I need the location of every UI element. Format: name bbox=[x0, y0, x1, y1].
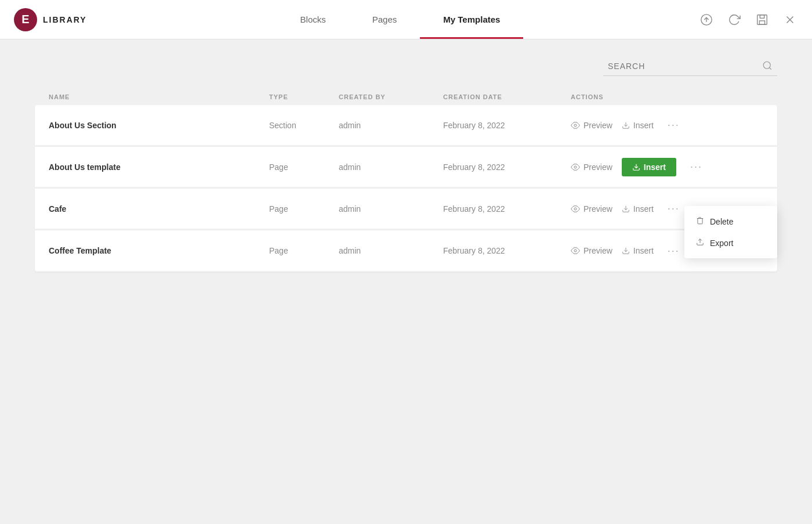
export-menu-item[interactable]: Export bbox=[684, 232, 777, 254]
refresh-icon[interactable] bbox=[726, 12, 742, 28]
svg-point-11 bbox=[574, 166, 577, 168]
template-creation-date: February 8, 2022 bbox=[443, 246, 571, 255]
eye-icon bbox=[571, 204, 580, 214]
template-name: Cafe bbox=[49, 204, 269, 214]
library-title: LIBRARY bbox=[43, 15, 87, 24]
template-actions: Preview Insert ··· bbox=[571, 158, 763, 176]
preview-button[interactable]: Preview bbox=[571, 121, 612, 130]
tab-blocks[interactable]: Blocks bbox=[277, 0, 349, 39]
template-name: About Us Section bbox=[49, 121, 269, 130]
svg-point-7 bbox=[763, 62, 770, 68]
template-created-by: admin bbox=[339, 162, 443, 172]
preview-button[interactable]: Preview bbox=[571, 246, 612, 255]
delete-menu-item[interactable]: Delete bbox=[684, 211, 777, 232]
search-container bbox=[35, 57, 777, 76]
more-actions-button[interactable]: ··· bbox=[668, 119, 680, 131]
template-table: About Us Section Section admin February … bbox=[35, 105, 777, 272]
template-creation-date: February 8, 2022 bbox=[443, 204, 571, 214]
col-actions: ACTIONS bbox=[571, 93, 763, 100]
export-icon bbox=[696, 238, 704, 248]
more-actions-button[interactable]: ··· bbox=[668, 203, 680, 215]
template-creation-date: February 8, 2022 bbox=[443, 162, 571, 172]
table-header: NAME TYPE CREATED BY CREATION DATE ACTIO… bbox=[35, 93, 777, 100]
eye-icon bbox=[571, 246, 580, 255]
trash-icon bbox=[696, 216, 704, 226]
nav-tabs: Blocks Pages My Templates bbox=[116, 0, 684, 39]
preview-button[interactable]: Preview bbox=[571, 162, 612, 172]
template-type: Section bbox=[269, 121, 339, 130]
template-name: About Us template bbox=[49, 162, 269, 172]
template-created-by: admin bbox=[339, 121, 443, 130]
insert-active-button[interactable]: Insert bbox=[622, 158, 676, 176]
tab-pages[interactable]: Pages bbox=[349, 0, 420, 39]
insert-button[interactable]: Insert bbox=[622, 246, 654, 255]
col-creation-date: CREATION DATE bbox=[443, 93, 571, 100]
col-name: NAME bbox=[49, 93, 269, 100]
insert-button[interactable]: Insert bbox=[622, 121, 654, 130]
delete-label: Delete bbox=[710, 217, 733, 226]
close-icon[interactable] bbox=[782, 12, 798, 28]
tab-my-templates[interactable]: My Templates bbox=[420, 0, 523, 39]
dropdown-menu: Delete Export bbox=[684, 206, 777, 258]
table-row: Cafe Page admin February 8, 2022 Preview bbox=[35, 189, 777, 229]
svg-point-13 bbox=[574, 208, 577, 210]
download-icon-active bbox=[632, 163, 640, 171]
template-name: Coffee Template bbox=[49, 246, 269, 255]
svg-point-15 bbox=[574, 250, 577, 252]
template-actions: Preview Insert ··· bbox=[571, 119, 763, 131]
template-type: Page bbox=[269, 204, 339, 214]
table-row: About Us template Page admin February 8,… bbox=[35, 147, 777, 187]
upload-icon[interactable] bbox=[698, 12, 715, 28]
col-created-by: CREATED BY bbox=[339, 93, 443, 100]
svg-point-9 bbox=[574, 124, 577, 127]
table-row: Coffee Template Page admin February 8, 2… bbox=[35, 230, 777, 271]
eye-icon bbox=[571, 162, 580, 172]
search-icon[interactable] bbox=[762, 60, 773, 73]
download-icon bbox=[622, 247, 630, 255]
table-row: About Us Section Section admin February … bbox=[35, 105, 777, 146]
logo-area: E LIBRARY bbox=[0, 8, 116, 31]
eye-icon bbox=[571, 121, 580, 130]
svg-rect-2 bbox=[757, 15, 767, 24]
search-input[interactable] bbox=[603, 57, 777, 76]
svg-rect-3 bbox=[760, 15, 764, 18]
export-label: Export bbox=[710, 238, 733, 248]
more-actions-button[interactable]: ··· bbox=[690, 161, 702, 173]
template-creation-date: February 8, 2022 bbox=[443, 121, 571, 130]
header: E LIBRARY Blocks Pages My Templates bbox=[0, 0, 812, 39]
template-created-by: admin bbox=[339, 246, 443, 255]
svg-line-8 bbox=[769, 67, 771, 69]
template-type: Page bbox=[269, 246, 339, 255]
svg-rect-4 bbox=[759, 20, 764, 24]
col-type: TYPE bbox=[269, 93, 339, 100]
insert-button[interactable]: Insert bbox=[622, 204, 654, 214]
template-type: Page bbox=[269, 162, 339, 172]
save-icon[interactable] bbox=[754, 12, 770, 28]
download-icon bbox=[622, 121, 630, 129]
header-actions bbox=[684, 12, 812, 28]
template-created-by: admin bbox=[339, 204, 443, 214]
elementor-logo: E bbox=[14, 8, 37, 31]
more-actions-button[interactable]: ··· bbox=[668, 245, 680, 257]
search-wrapper bbox=[603, 57, 777, 76]
download-icon bbox=[622, 205, 630, 213]
preview-button[interactable]: Preview bbox=[571, 204, 612, 214]
